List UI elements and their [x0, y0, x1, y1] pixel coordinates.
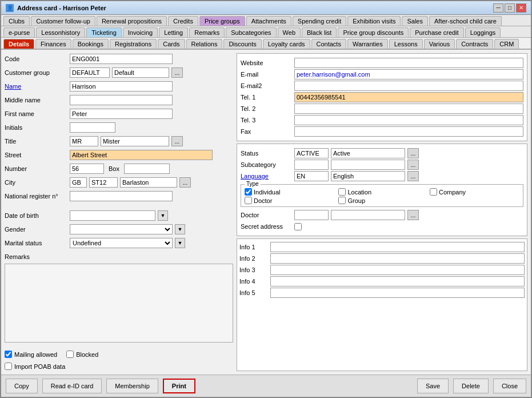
print-button[interactable]: Print [163, 379, 195, 393]
individual-checkbox-label[interactable]: Individual [245, 188, 305, 196]
city-postal[interactable] [89, 177, 118, 188]
box-input[interactable] [124, 164, 170, 174]
tab-spending-credit[interactable]: Spending credit [293, 16, 346, 26]
import-poab-checkbox-label[interactable]: Import POAB data [5, 363, 65, 370]
tab-loyalty-cards[interactable]: Loyalty cards [263, 39, 310, 49]
language-label[interactable]: Language [241, 173, 292, 180]
status-name[interactable] [331, 148, 405, 158]
membership-button[interactable]: Membership [106, 379, 158, 393]
tab-remarks[interactable]: Remarks [189, 27, 225, 37]
location-checkbox-label[interactable]: Location [338, 188, 396, 196]
name-label[interactable]: Name [5, 83, 67, 90]
tab-registrations[interactable]: Registrations [110, 39, 157, 49]
tab-after-school[interactable]: After-school child care [429, 16, 502, 26]
doctor-browse-button[interactable]: ... [407, 210, 419, 220]
tab-discounts[interactable]: Discounts [223, 39, 261, 49]
tel2-input[interactable] [294, 104, 523, 114]
remarks-textarea[interactable] [5, 264, 233, 342]
tab-warranties[interactable]: Warranties [347, 39, 388, 49]
email-input[interactable] [294, 69, 523, 79]
tab-lessons[interactable]: Lessons [389, 39, 423, 49]
mailing-allowed-checkbox[interactable] [5, 351, 12, 358]
tab-letting[interactable]: Letting [159, 27, 188, 37]
tab-renewal-propositions[interactable]: Renewal propositions [97, 16, 167, 26]
copy-button[interactable]: Copy [6, 379, 38, 393]
tab-price-group-discounts[interactable]: Price group discounts [338, 27, 409, 37]
marital-select[interactable]: Undefined [70, 238, 173, 248]
delete-button[interactable]: Delete [453, 379, 489, 393]
tab-cards[interactable]: Cards [158, 39, 185, 49]
blocked-checkbox[interactable] [66, 351, 74, 358]
middle-name-input[interactable] [70, 95, 173, 105]
tab-finances[interactable]: Finances [35, 39, 71, 49]
title-browse-button[interactable]: ... [171, 136, 183, 146]
secret-address-checkbox[interactable] [294, 223, 302, 230]
website-input[interactable] [294, 58, 523, 68]
doctor-name[interactable] [331, 210, 405, 220]
doctor-type-checkbox-label[interactable]: Doctor [245, 197, 305, 204]
title-code[interactable] [70, 136, 98, 146]
customer-group-code[interactable] [70, 67, 110, 78]
street-input[interactable] [70, 150, 213, 160]
name-input[interactable] [70, 81, 173, 91]
info5-input[interactable] [270, 288, 525, 298]
tab-loggings[interactable]: Loggings [465, 27, 501, 37]
tab-attachments[interactable]: Attachments [246, 16, 291, 26]
dob-input[interactable] [70, 210, 155, 221]
import-poab-checkbox[interactable] [5, 363, 12, 370]
maximize-button[interactable]: □ [505, 3, 515, 13]
individual-checkbox[interactable] [245, 188, 252, 196]
customer-group-name[interactable] [112, 67, 169, 78]
doctor-type-checkbox[interactable] [245, 197, 252, 204]
location-checkbox[interactable] [338, 188, 346, 196]
status-browse-button[interactable]: ... [407, 148, 419, 158]
first-name-input[interactable] [70, 109, 173, 119]
language-name[interactable] [331, 171, 405, 181]
group-checkbox[interactable] [338, 197, 346, 204]
info1-input[interactable] [270, 242, 525, 252]
tab-ticketing[interactable]: Ticketing [86, 27, 122, 37]
info3-input[interactable] [270, 265, 525, 275]
tab-price-groups[interactable]: Price groups [199, 16, 245, 26]
tab-purchase-credit[interactable]: Purchase credit [410, 27, 463, 37]
number-input[interactable] [70, 164, 104, 174]
tab-e-purse[interactable]: e-purse [3, 27, 35, 37]
tab-credits[interactable]: Credits [168, 16, 198, 26]
city-country[interactable] [70, 177, 87, 188]
tel1-input[interactable] [294, 92, 523, 102]
tab-invoicing[interactable]: Invoicing [123, 27, 158, 37]
fax-input[interactable] [294, 126, 523, 137]
language-code[interactable] [294, 171, 329, 181]
code-input[interactable] [70, 54, 173, 64]
info4-input[interactable] [270, 276, 525, 286]
dob-calendar-button[interactable]: ▼ [158, 210, 168, 221]
minimize-button[interactable]: ─ [493, 3, 503, 13]
tel3-input[interactable] [294, 115, 523, 125]
email2-input[interactable] [294, 81, 523, 91]
tab-web[interactable]: Web [278, 27, 301, 37]
language-browse-button[interactable]: ... [407, 171, 419, 181]
tab-lesson-history[interactable]: Lessonhistory [36, 27, 85, 37]
tab-subcategories[interactable]: Subcategories [226, 27, 276, 37]
gender-dropdown-arrow[interactable]: ▼ [175, 224, 185, 234]
tab-clubs[interactable]: Clubs [3, 16, 30, 26]
national-reg-input[interactable] [70, 191, 173, 201]
doctor-code[interactable] [294, 210, 329, 220]
tab-details[interactable]: Details [3, 39, 34, 49]
tab-contacts[interactable]: Contacts [311, 39, 346, 49]
tab-relations[interactable]: Relations [186, 39, 223, 49]
tab-crm[interactable]: CRM [494, 39, 519, 49]
tab-customer-follow-up[interactable]: Customer follow-up [31, 16, 95, 26]
status-code[interactable] [294, 148, 329, 158]
group-checkbox-label[interactable]: Group [338, 197, 396, 204]
city-browse-button[interactable]: ... [179, 177, 191, 188]
blocked-checkbox-label[interactable]: Blocked [66, 351, 98, 358]
tab-black-list[interactable]: Black list [302, 27, 337, 37]
subcategory-browse-button[interactable]: ... [407, 160, 419, 170]
tab-various[interactable]: Various [424, 39, 455, 49]
company-checkbox[interactable] [430, 188, 437, 196]
customer-group-browse-button[interactable]: ... [171, 67, 183, 78]
subcategory-name[interactable] [331, 160, 405, 170]
title-name[interactable] [101, 136, 169, 146]
tab-sales[interactable]: Sales [402, 16, 428, 26]
